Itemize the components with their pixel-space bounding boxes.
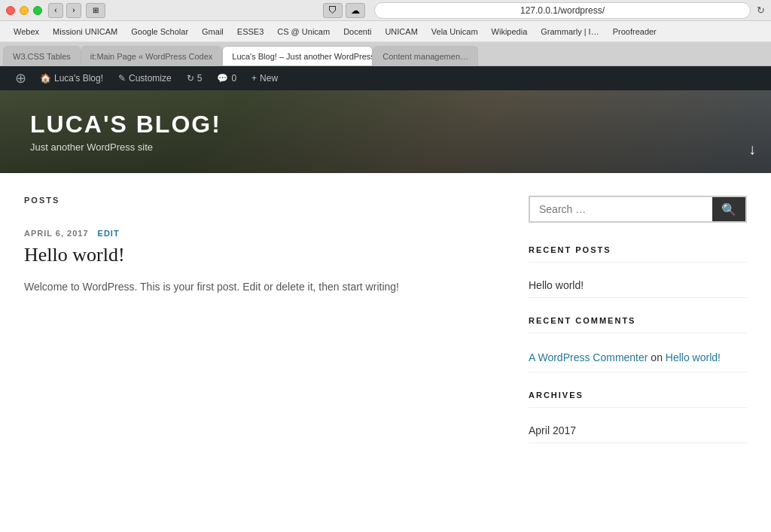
bookmark-wikipedia[interactable]: Wikipedia (486, 26, 534, 38)
bookmark-esse3[interactable]: ESSE3 (231, 26, 270, 38)
wp-logo-button[interactable]: ⊕ (9, 66, 32, 90)
traffic-lights (6, 6, 42, 15)
admin-blog-name[interactable]: 🏠 Luca's Blog! (32, 66, 111, 90)
recent-post-item[interactable]: Hello world! (529, 273, 747, 298)
recent-comments-widget: RECENT COMMENTS A WordPress Commenter on… (529, 316, 747, 372)
search-input[interactable] (530, 197, 712, 221)
posts-heading: POSTS (24, 196, 498, 211)
window-button[interactable]: ⊞ (86, 3, 105, 18)
admin-customize[interactable]: ✎ Customize (111, 66, 179, 90)
tab-w3css[interactable]: W3.CSS Tables (3, 46, 81, 65)
recent-comments-title: RECENT COMMENTS (529, 316, 747, 333)
comment-on-label: on (651, 351, 665, 363)
address-text: 127.0.0.1/wordpress/ (520, 5, 605, 16)
archives-widget: ARCHIVES April 2017 (529, 391, 747, 443)
wordpress-icon: ⊕ (15, 70, 26, 87)
admin-new[interactable]: + New (244, 66, 285, 90)
main-content: POSTS APRIL 6, 2017 EDIT Hello world! We… (9, 173, 762, 484)
hero-section: LUCA'S BLOG! Just another WordPress site… (0, 90, 771, 173)
bookmark-grammarly[interactable]: Grammarly | I… (535, 26, 605, 38)
archive-item[interactable]: April 2017 (529, 418, 747, 443)
tab-content-management[interactable]: Content managemen… (373, 46, 478, 65)
bookmark-scholar[interactable]: Google Scholar (125, 26, 194, 38)
bookmark-proofreader[interactable]: Proofreader (607, 26, 663, 38)
mac-titlebar: ‹ › ⊞ ⛉ ☁ 127.0.0.1/wordpress/ ↻ (0, 0, 771, 21)
close-button[interactable] (6, 6, 15, 15)
blog-subtitle: Just another WordPress site (30, 141, 221, 153)
browser-tabs: W3.CSS Tables it:Main Page « WordPress C… (0, 42, 771, 66)
bookmark-missioni[interactable]: Missioni UNICAM (47, 26, 123, 38)
blog-title: LUCA'S BLOG! (30, 111, 221, 138)
back-button[interactable]: ‹ (48, 3, 63, 18)
archives-title: ARCHIVES (529, 391, 747, 408)
address-bar[interactable]: 127.0.0.1/wordpress/ (374, 2, 751, 19)
post-item: APRIL 6, 2017 EDIT Hello world! Welcome … (24, 229, 498, 296)
bookmark-cs[interactable]: CS @ Unicam (271, 26, 336, 38)
forward-button[interactable]: › (66, 3, 81, 18)
minimize-button[interactable] (20, 6, 29, 15)
bookmark-unicam[interactable]: UNICAM (379, 26, 423, 38)
cloud-icon[interactable]: ☁ (346, 3, 365, 18)
comment-item: A WordPress Commenter on Hello world! (529, 344, 747, 372)
search-button[interactable]: 🔍 (712, 197, 745, 221)
bookmark-gmail[interactable]: Gmail (196, 26, 230, 38)
comment-icon: 💬 (217, 73, 228, 84)
tab-wordpress-codex[interactable]: it:Main Page « WordPress Codex (81, 46, 222, 65)
bookmark-webex[interactable]: Webex (8, 26, 45, 38)
reload-button[interactable]: ↻ (757, 5, 765, 16)
search-box: 🔍 (529, 196, 747, 223)
archives-list: April 2017 (529, 418, 747, 443)
search-widget: 🔍 (529, 196, 747, 223)
post-edit-link[interactable]: EDIT (98, 229, 120, 238)
post-date: APRIL 6, 2017 (24, 229, 89, 238)
comment-author[interactable]: A WordPress Commenter (529, 351, 648, 363)
admin-comments[interactable]: 💬 0 (209, 66, 244, 90)
tab-luca-blog[interactable]: Luca's Blog! – Just another WordPress si… (222, 46, 373, 65)
comment-post-link[interactable]: Hello world! (666, 351, 721, 363)
post-title-link[interactable]: Hello world! (24, 244, 125, 266)
post-title[interactable]: Hello world! (24, 244, 498, 266)
recent-posts-title: RECENT POSTS (529, 245, 747, 263)
bookmark-docenti[interactable]: Docenti (337, 26, 377, 38)
sidebar: 🔍 RECENT POSTS Hello world! RECENT COMME… (529, 196, 747, 461)
admin-updates[interactable]: ↻ 5 (179, 66, 210, 90)
nav-buttons: ‹ › (48, 3, 81, 18)
shield-icon[interactable]: ⛉ (323, 3, 343, 18)
customize-icon: ✎ (118, 73, 126, 84)
post-content: Welcome to WordPress. This is your first… (24, 278, 498, 296)
bookmarks-bar: Webex Missioni UNICAM Google Scholar Gma… (0, 21, 771, 42)
blog-favicon: 🏠 (40, 73, 51, 84)
maximize-button[interactable] (33, 6, 42, 15)
recent-posts-list: Hello world! (529, 273, 747, 298)
post-meta: APRIL 6, 2017 EDIT (24, 229, 498, 238)
recent-posts-widget: RECENT POSTS Hello world! (529, 245, 747, 298)
scroll-down-icon: ↓ (748, 141, 756, 158)
refresh-icon: ↻ (187, 73, 194, 84)
plus-icon: + (251, 73, 257, 84)
hero-text: LUCA'S BLOG! Just another WordPress site (30, 111, 221, 153)
search-icon: 🔍 (721, 202, 736, 217)
posts-section: POSTS APRIL 6, 2017 EDIT Hello world! We… (24, 196, 498, 461)
bookmark-vela[interactable]: Vela Unicam (425, 26, 484, 38)
wp-admin-bar: ⊕ 🏠 Luca's Blog! ✎ Customize ↻ 5 💬 0 + N… (0, 66, 771, 90)
